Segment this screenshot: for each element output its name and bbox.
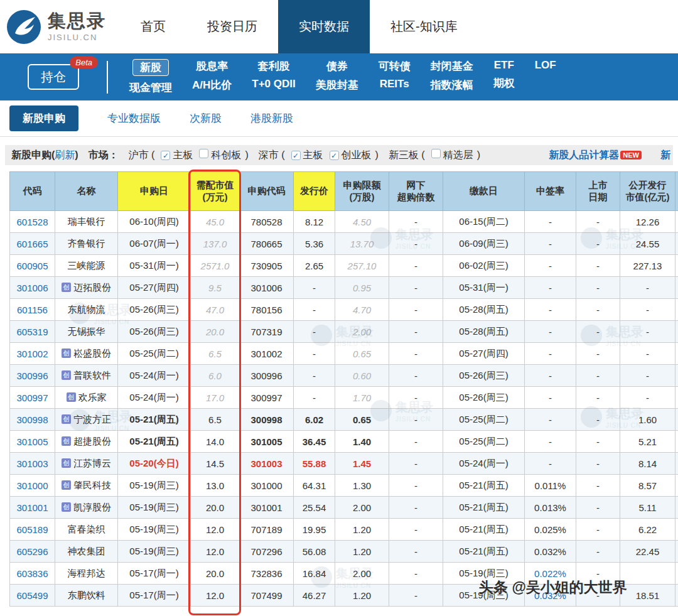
payment-date: 05-21(周五) [443, 475, 525, 497]
listing-date: - [576, 497, 620, 519]
lottery-rate: 0.025% [525, 519, 576, 541]
market-filter-groups: 沪市 (✓主板科创板)深市 (✓主板✓创业板)新三板 (精选层) [119, 149, 480, 162]
stock-code-link[interactable]: 301006 [16, 283, 48, 293]
payment-date: 06-15(周二) [443, 211, 525, 233]
subnav-item[interactable]: T+0 QDII [252, 78, 295, 90]
offline-oversubscription: - [389, 211, 443, 233]
table-row: 300997创欢乐家05-24(周一)17.0300997-1.70-05-26… [10, 387, 678, 409]
stock-code-link[interactable]: 301002 [16, 349, 48, 359]
top-nav-item[interactable]: 首页 [120, 0, 186, 53]
stock-code-link[interactable]: 301001 [16, 502, 48, 513]
table-row: 300998创宁波方正05-21(周五)6.53009986.020.65-05… [10, 409, 678, 431]
stock-code-link[interactable]: 601528 [16, 217, 48, 227]
subscription-code: 301006 [240, 277, 294, 299]
ipo-calculator-link[interactable]: 新股人品计算器 [549, 149, 619, 162]
ipo-table-wrap: 代码名称申购日需配市值 (万元)申购代码发行价申购限额 (万股)网下 超购倍数缴… [0, 171, 678, 607]
subnav-item[interactable]: 指数涨幅 [431, 78, 473, 92]
subscription-code: 780665 [240, 233, 294, 255]
filter-title: 新股申购( [11, 149, 55, 162]
issue-price: 64.31 [294, 475, 335, 497]
clipped-column-cell [675, 497, 678, 519]
subnav-column: LOF [535, 59, 556, 95]
stock-code-link[interactable]: 600905 [16, 261, 48, 271]
column-header: 申购限额 (万股) [335, 172, 389, 211]
tab-active[interactable]: 新股申购 [9, 105, 78, 131]
subscription-limit: 1.20 [335, 541, 389, 563]
buy-date: 05-24(周一) [118, 365, 191, 387]
tab-link[interactable]: 专业数据版 [107, 111, 161, 126]
tab-link[interactable]: 次新股 [190, 111, 222, 126]
stock-code-link[interactable]: 300996 [16, 370, 48, 381]
brand-domain: JISILU.CN [48, 33, 106, 42]
lottery-rate: 0.032% [525, 541, 576, 563]
holdings-button[interactable]: 持仓 Beta [28, 64, 79, 90]
stock-code-link[interactable]: 601156 [17, 305, 48, 315]
stock-code-link[interactable]: 301000 [16, 480, 48, 491]
stock-code-link[interactable]: 300997 [16, 392, 48, 403]
clipped-column-cell [675, 519, 678, 541]
stock-code-link[interactable]: 605189 [16, 524, 48, 535]
issue-price: 25.54 [294, 497, 335, 519]
subscription-limit: 0.65 [335, 343, 389, 365]
subnav-item[interactable]: A/H比价 [192, 78, 232, 92]
lottery-rate: 0.013% [525, 497, 576, 519]
table-row: 301001创凯淳股份05-19(周三)20.030100125.542.00-… [10, 497, 678, 519]
required-market-value: 14.0 [191, 431, 240, 453]
public-market-cap: - [620, 387, 675, 409]
payment-date: 05-26(周三) [443, 387, 525, 409]
top-nav-item[interactable]: 社区-知识库 [370, 0, 478, 53]
checkbox-主板[interactable]: ✓ [161, 151, 170, 160]
refresh-link[interactable]: 刷新 [55, 149, 75, 162]
chinext-badge: 创 [62, 436, 71, 446]
site-logo[interactable]: 集思录 JISILU.CN [6, 9, 106, 45]
checkbox-精选层[interactable] [431, 149, 441, 158]
top-nav-item[interactable]: 投资日历 [186, 0, 278, 53]
column-header: 网下 超购倍数 [389, 172, 443, 211]
listing-date: - [576, 233, 620, 255]
column-header: 申购代码 [240, 172, 294, 211]
stock-code-link[interactable]: 605499 [16, 590, 48, 601]
subnav-item[interactable]: REITs [380, 78, 409, 90]
subnav-item[interactable]: LOF [535, 59, 556, 72]
stock-code-link[interactable]: 605296 [16, 546, 48, 557]
filter-title-close: ) [75, 149, 78, 161]
subnav-item[interactable]: 新股 [132, 59, 169, 76]
stock-code-link[interactable]: 601665 [16, 239, 48, 249]
subnav-item[interactable]: 套利股 [258, 59, 290, 73]
column-header: 需配市值 (万元) [191, 172, 240, 211]
stock-code-link[interactable]: 300998 [16, 414, 48, 425]
subnav-item[interactable]: 现金管理 [129, 80, 172, 95]
checkbox-主板[interactable]: ✓ [291, 151, 301, 160]
stock-code-link[interactable]: 301003 [16, 458, 48, 469]
subscription-limit: 2.00 [335, 497, 389, 519]
truncated-link[interactable]: 新 [660, 149, 670, 162]
lottery-rate: - [525, 431, 576, 453]
offline-oversubscription: - [389, 255, 443, 277]
buy-date: 05-20(今日) [118, 453, 191, 475]
buy-date: 05-19(周三) [118, 541, 191, 563]
tab-link[interactable]: 港股新股 [250, 111, 293, 126]
stock-code-link[interactable]: 605319 [16, 327, 48, 337]
subnav-item[interactable]: 债券 [326, 59, 348, 73]
top-nav-item[interactable]: 实时数据 [278, 0, 370, 53]
subnav-column: ETF期权 [493, 59, 515, 95]
filter-bar: 新股申购( 刷新 ) 市场： 沪市 (✓主板科创板)深市 (✓主板✓创业板)新三… [5, 145, 673, 165]
stock-name: 创凯淳股份 [55, 497, 118, 519]
checkbox-创业板[interactable]: ✓ [330, 151, 339, 160]
stock-code-link[interactable]: 603836 [16, 568, 48, 579]
subnav-item[interactable]: ETF [494, 59, 514, 72]
issue-price: 19.95 [294, 519, 335, 541]
chinext-badge: 创 [62, 370, 71, 380]
brand-name: 集思录 [48, 11, 106, 31]
table-row: 600905三峡能源05-31(周一)2571.07309052.65257.1… [10, 255, 678, 277]
subnav-item[interactable]: 期权 [493, 76, 515, 90]
clipped-column-cell [675, 299, 678, 321]
subnav-item[interactable]: 美股封基 [316, 78, 358, 92]
clipped-column-cell [675, 453, 678, 475]
subnav-item[interactable]: 封闭基金 [431, 59, 473, 73]
listing-date: - [576, 453, 620, 475]
subnav-item[interactable]: 可转债 [379, 59, 411, 73]
stock-code-link[interactable]: 301005 [16, 436, 48, 447]
checkbox-科创板[interactable] [199, 149, 208, 158]
subnav-item[interactable]: 股息率 [196, 59, 228, 73]
